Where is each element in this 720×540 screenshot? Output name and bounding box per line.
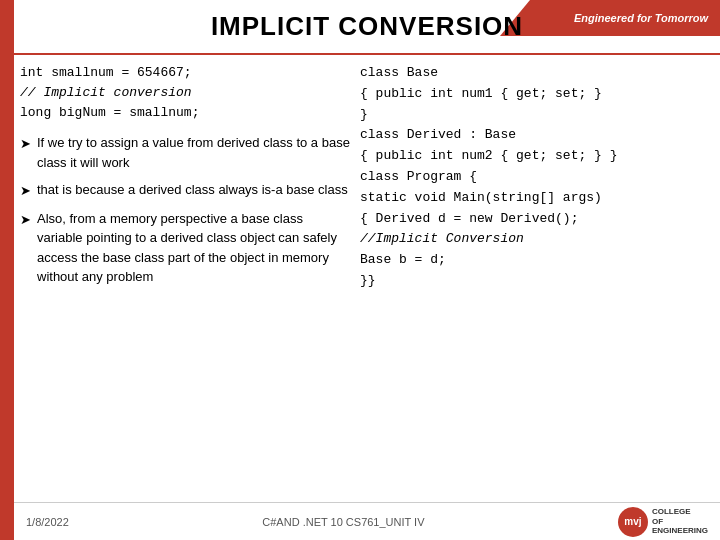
right-col-line: { public int num1 { get; set; }: [360, 84, 710, 105]
title-area: IMPLICIT CONVERSION: [14, 0, 720, 55]
bullet-arrow: ➤: [20, 181, 31, 201]
right-col-line: }}: [360, 271, 710, 292]
right-col-line: class Program {: [360, 167, 710, 188]
mvj-logo-text: mvj: [624, 516, 641, 527]
bullet-arrow: ➤: [20, 210, 31, 230]
main-content: int smallnum = 654667; // Implicit conve…: [20, 57, 710, 500]
mvj-logo: mvj COLLEGE OF ENGINEERING: [618, 507, 708, 537]
right-col-line: //Implicit Conversion: [360, 229, 710, 250]
right-col-line: class Base: [360, 63, 710, 84]
list-item: ➤ that is because a derived class always…: [20, 180, 350, 201]
footer-center-text: C#AND .NET 10 CS761_UNIT IV: [262, 516, 424, 528]
bullet-arrow: ➤: [20, 134, 31, 154]
bullet-list: ➤ If we try to assign a value from deriv…: [20, 133, 350, 287]
right-col-line: Base b = d;: [360, 250, 710, 271]
page-title: IMPLICIT CONVERSION: [211, 11, 523, 42]
list-item: ➤ If we try to assign a value from deriv…: [20, 133, 350, 172]
list-item: ➤ Also, from a memory perspective a base…: [20, 209, 350, 287]
college-line2: OF: [652, 517, 708, 527]
code-line-2: // Implicit conversion: [20, 83, 350, 103]
right-col-line: { Derived d = new Derived();: [360, 209, 710, 230]
right-col-line: class Derived : Base: [360, 125, 710, 146]
footer-logo-area: mvj COLLEGE OF ENGINEERING: [618, 507, 708, 537]
code-line-1: int smallnum = 654667;: [20, 63, 350, 83]
left-column: int smallnum = 654667; // Implicit conve…: [20, 57, 350, 500]
college-line3: ENGINEERING: [652, 526, 708, 536]
mvj-circle: mvj: [618, 507, 648, 537]
right-column: class Base{ public int num1 { get; set; …: [360, 57, 710, 500]
right-col-line: { public int num2 { get; set; } }: [360, 146, 710, 167]
left-accent-bar: [0, 0, 14, 540]
bullet-text-2: that is because a derived class always i…: [37, 180, 348, 200]
college-line1: COLLEGE: [652, 507, 708, 517]
bullet-text-1: If we try to assign a value from derived…: [37, 133, 350, 172]
footer: 1/8/2022 C#AND .NET 10 CS761_UNIT IV mvj…: [14, 502, 720, 540]
footer-date: 1/8/2022: [26, 516, 69, 528]
right-col-line: static void Main(string[] args): [360, 188, 710, 209]
code-line-3: long bigNum = smallnum;: [20, 103, 350, 123]
mvj-text-block: COLLEGE OF ENGINEERING: [652, 507, 708, 536]
right-col-line: }: [360, 105, 710, 126]
bullet-text-3: Also, from a memory perspective a base c…: [37, 209, 350, 287]
